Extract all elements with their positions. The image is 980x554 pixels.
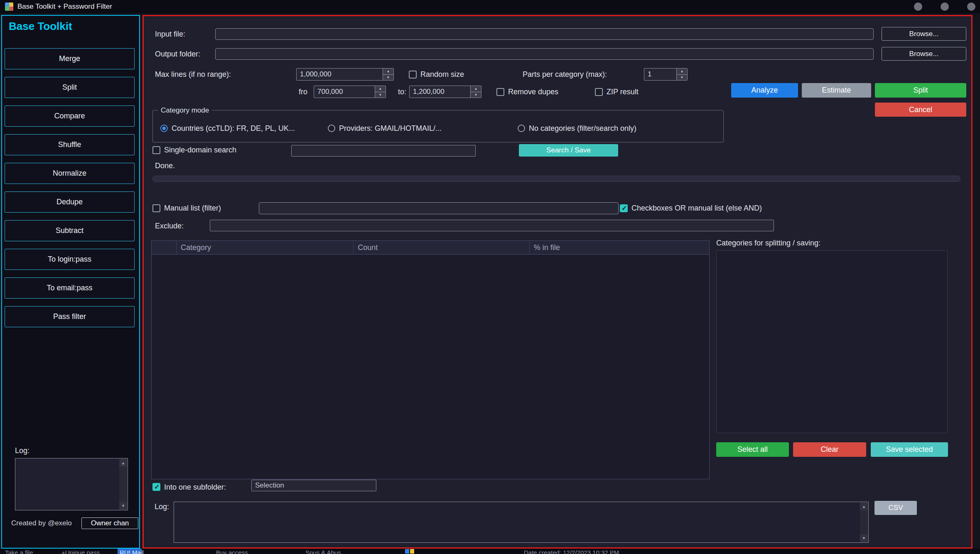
into-one-subfolder-label: Into one subfolder:: [164, 482, 226, 492]
checkboxes-or-checkbox[interactable]: [620, 204, 628, 212]
background-fragment: Snus & Abus...: [305, 549, 346, 554]
sidebar-button-to-login-pass[interactable]: To login:pass: [5, 249, 135, 270]
exclude-label: Exclude:: [155, 221, 184, 231]
checkboxes-or-label: Checkboxes OR manual list (else AND): [631, 203, 762, 213]
single-domain-checkbox[interactable]: [152, 146, 160, 154]
max-lines-stepper[interactable]: ▲ ▼: [296, 68, 394, 81]
spin-down-icon[interactable]: ▼: [383, 75, 393, 81]
spin-down-icon[interactable]: ▼: [375, 92, 386, 98]
into-one-subfolder-checkbox[interactable]: [152, 483, 160, 491]
status-text: Done.: [155, 162, 175, 170]
sidebar-log-textarea[interactable]: [15, 458, 120, 512]
range-from-stepper[interactable]: ▲ ▼: [314, 86, 386, 98]
subfolder-input[interactable]: [251, 480, 376, 491]
application-window: Base Toolkit + Password Filter Base Tool…: [0, 0, 980, 554]
cancel-button[interactable]: Cancel: [875, 103, 966, 117]
range-from-input[interactable]: [314, 86, 375, 98]
scroll-up-icon[interactable]: ▲: [119, 459, 127, 467]
sidebar-button-subtract[interactable]: Subtract: [5, 220, 135, 241]
manual-list-label: Manual list (filter): [164, 203, 221, 213]
main-log-textarea[interactable]: [174, 502, 861, 544]
max-lines-spin[interactable]: ▲ ▼: [383, 69, 393, 80]
parts-spin[interactable]: ▲ ▼: [676, 69, 687, 80]
spin-down-icon[interactable]: ▼: [677, 75, 687, 81]
sidebar-button-dedupe[interactable]: Dedupe: [5, 191, 135, 213]
sidebar-button-compare[interactable]: Compare: [5, 105, 135, 127]
analyze-button[interactable]: Analyze: [731, 83, 798, 98]
select-all-button[interactable]: Select all: [716, 442, 789, 457]
random-size-checkbox[interactable]: [409, 71, 417, 78]
main-log-scrollbar[interactable]: ▲ ▼: [860, 503, 868, 542]
radio-countries[interactable]: [160, 125, 168, 132]
remove-dupes-label: Remove dupes: [508, 86, 558, 98]
sidebar-button-normalize[interactable]: Normalize: [5, 163, 135, 184]
spin-up-icon[interactable]: ▲: [677, 69, 687, 75]
owner-channel-button[interactable]: Owner chan: [81, 517, 138, 529]
background-fragment: Take a file...: [5, 549, 38, 554]
clear-button[interactable]: Clear: [793, 442, 866, 457]
manual-list-checkbox[interactable]: [152, 204, 160, 212]
save-selected-button[interactable]: Save selected: [871, 442, 948, 457]
parts-per-category-input[interactable]: [644, 69, 676, 80]
background-fragment: RU! Mail...: [120, 549, 149, 554]
search-save-button[interactable]: Search / Save: [519, 144, 618, 157]
sidebar-button-merge[interactable]: Merge: [5, 48, 135, 69]
remove-dupes-checkbox[interactable]: [496, 88, 504, 96]
scroll-up-icon[interactable]: ▲: [860, 503, 868, 510]
main-log-label: Log:: [155, 503, 169, 511]
range-to-stepper[interactable]: ▲ ▼: [409, 86, 481, 98]
range-to-label: to:: [398, 86, 406, 98]
categories-panel-label: Categories for splitting / saving:: [716, 239, 820, 248]
spin-up-icon[interactable]: ▲: [383, 69, 393, 75]
single-domain-input[interactable]: [291, 145, 476, 157]
input-file-field[interactable]: [215, 28, 874, 40]
spin-down-icon[interactable]: ▼: [471, 92, 481, 98]
output-folder-field[interactable]: [215, 48, 874, 60]
spin-up-icon[interactable]: ▲: [471, 86, 481, 92]
range-to-input[interactable]: [410, 86, 470, 98]
estimate-button[interactable]: Estimate: [802, 83, 871, 98]
output-folder-browse-button[interactable]: Browse...: [882, 47, 966, 61]
grid-column-percent: % in file: [530, 241, 709, 254]
grid-column-checkbox: [152, 241, 177, 254]
grid-column-count: Count: [354, 241, 529, 254]
zip-result-label: ZIP result: [607, 86, 639, 98]
radio-providers[interactable]: [328, 125, 335, 132]
scroll-down-icon[interactable]: ▼: [119, 502, 127, 510]
minimize-button[interactable]: [914, 2, 922, 11]
maximize-button[interactable]: [941, 2, 949, 11]
category-grid[interactable]: Category Count % in file: [151, 240, 710, 479]
close-button[interactable]: [967, 2, 975, 11]
grid-column-category: Category: [177, 241, 354, 254]
category-grid-header: Category Count % in file: [152, 241, 709, 255]
parts-per-category-stepper[interactable]: ▲ ▼: [644, 68, 688, 81]
max-lines-label: Max lines (if no range):: [155, 68, 231, 81]
main-log-box: ▲ ▼: [174, 502, 869, 543]
sidebar: Base Toolkit Merge Split Compare Shuffle…: [1, 15, 140, 549]
from-spin[interactable]: ▲ ▼: [375, 86, 386, 98]
sidebar-button-to-email-pass[interactable]: To email:pass: [5, 277, 135, 299]
radio-providers-label: Providers: GMAIL/HOTMAIL/...: [339, 124, 442, 132]
csv-button[interactable]: CSV: [874, 501, 917, 515]
progress-bar: [152, 176, 960, 182]
sidebar-log-scrollbar[interactable]: ▲ ▼: [119, 459, 127, 510]
manual-list-input[interactable]: [259, 202, 619, 214]
app-icon: [5, 2, 13, 11]
sidebar-button-shuffle[interactable]: Shuffle: [5, 134, 135, 155]
radio-no-categories[interactable]: [518, 125, 525, 132]
sidebar-button-pass-filter[interactable]: Pass filter: [5, 306, 135, 327]
input-file-browse-button[interactable]: Browse...: [882, 27, 966, 41]
max-lines-input[interactable]: [297, 69, 383, 80]
exclude-input[interactable]: [210, 220, 774, 231]
scroll-down-icon[interactable]: ▼: [860, 534, 868, 542]
categories-listbox[interactable]: [716, 250, 948, 433]
to-spin[interactable]: ▲ ▼: [470, 86, 481, 98]
zip-result-checkbox[interactable]: [595, 88, 603, 96]
sidebar-button-split[interactable]: Split: [5, 77, 135, 98]
split-button[interactable]: Split: [875, 83, 966, 98]
parts-per-category-label: Parts per category (max):: [523, 68, 607, 81]
range-from-label: fro: [299, 86, 307, 98]
input-file-label: Input file:: [155, 28, 185, 40]
taskbar-app-icon: [405, 549, 414, 554]
spin-up-icon[interactable]: ▲: [375, 86, 386, 92]
